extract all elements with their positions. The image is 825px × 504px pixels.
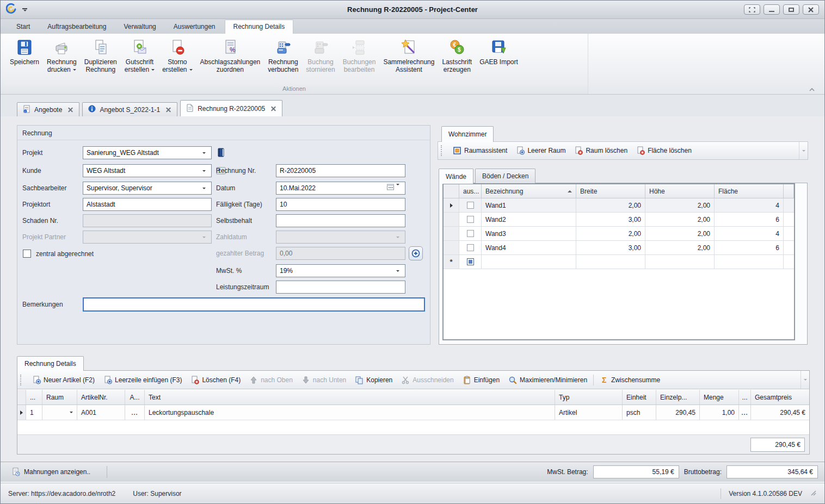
resize-grip-icon[interactable] [810, 489, 817, 498]
datum-datepicker[interactable]: 10.Mai.2022 [276, 182, 405, 195]
sort-asc-icon [568, 190, 572, 192]
close-tab-icon[interactable] [271, 106, 276, 111]
sammelrechnung-assistent-button[interactable]: SammelrechnungAssistent [379, 37, 438, 74]
rechnung-verbuchen-button[interactable]: Rechnungverbuchen [264, 37, 302, 74]
col-aus[interactable]: aus... [459, 184, 482, 198]
room-tab-wohnzimmer[interactable]: Wohnzimmer [441, 126, 494, 142]
mwst-combobox[interactable]: 19% [276, 264, 405, 277]
new-wall-row[interactable]: * [444, 255, 794, 269]
projekt-combobox[interactable]: Sanierung_WEG Altstadt [83, 146, 212, 159]
row-checkbox[interactable] [467, 230, 474, 237]
close-button[interactable] [803, 4, 819, 15]
invoice-item-row[interactable]: 1 A001 ... Leckortungspauschale Artikel … [17, 405, 809, 420]
speichern-button[interactable]: Speichern [6, 37, 43, 67]
ribbon-collapse-icon[interactable] [807, 86, 817, 93]
raum-loeschen-button[interactable]: Raum löschen [570, 146, 632, 155]
gutschrift-erstellen-button[interactable]: Gutschrifterstellen [121, 37, 158, 74]
tab-waende[interactable]: Wände [439, 169, 473, 184]
flaeche-loeschen-button[interactable]: Fläche löschen [632, 146, 696, 155]
doc-tab-angebot-s-2022-1-1[interactable]: Angebot S_2022-1-1 [82, 102, 177, 116]
abschlagszahlungen-zuordnen-button[interactable]: % Abschlagszahlungenzuordnen [196, 37, 264, 74]
gaeb-import-button[interactable]: GAEB Import [476, 37, 522, 67]
col-einheit[interactable]: Einheit [623, 390, 656, 405]
row-checkbox[interactable] [467, 202, 474, 209]
article-lookup-button[interactable]: ... [125, 405, 145, 420]
row-checkbox[interactable] [467, 216, 474, 223]
projekt-label: Projekt [22, 146, 42, 159]
col-menge[interactable]: Menge [700, 390, 739, 405]
ausschneiden-button: Ausschneiden [397, 376, 458, 384]
row-checkbox[interactable] [467, 244, 474, 251]
col-flaeche[interactable]: Fläche [715, 184, 784, 198]
wall-row[interactable]: Wand4 3,00 2,00 6 [444, 241, 794, 255]
kopieren-button[interactable]: Kopieren [350, 376, 397, 384]
maximize-button[interactable] [783, 4, 799, 15]
leistungszeitraum-input[interactable] [276, 281, 405, 294]
col-artikelnr[interactable]: ArtikelNr. [77, 390, 125, 405]
tab-rechnung-details[interactable]: Rechnung Details [225, 20, 294, 34]
kunde-combobox[interactable]: WEG Altstadt [83, 164, 212, 177]
col-dots[interactable]: ... [26, 390, 42, 405]
doc-tab-angebote[interactable]: i Angebote [17, 102, 79, 116]
leerer-raum-button[interactable]: Leerer Raum [512, 146, 570, 155]
raumassistent-button[interactable]: Raumassistent [448, 146, 512, 155]
col-breite[interactable]: Breite [576, 184, 645, 198]
tab-boeden-decken[interactable]: Böden / Decken [475, 169, 535, 183]
wall-row[interactable]: Wand2 3,00 2,00 6 [444, 213, 794, 227]
close-tab-icon[interactable] [68, 107, 73, 113]
fit-window-button[interactable] [744, 4, 760, 15]
lastschrift-erzeugen-button[interactable]: €$ Lastschrifterzeugen [438, 37, 476, 74]
quick-access-dropdown-icon[interactable] [22, 8, 27, 11]
col-a[interactable]: A... [125, 390, 145, 405]
bruttobetrag-label: Bruttobetrag: [684, 468, 722, 476]
selbstbehalt-input[interactable] [276, 214, 405, 227]
rechnung-nr-input[interactable]: R-20220005 [276, 164, 405, 177]
faelligkeit-input[interactable]: 10 [276, 198, 405, 211]
projektort-input[interactable]: Alstastadt [83, 198, 212, 211]
col-hoehe[interactable]: Höhe [645, 184, 715, 198]
minimize-button[interactable] [764, 4, 780, 15]
bemerkungen-input[interactable] [83, 297, 425, 312]
toolbar-grip[interactable] [20, 375, 23, 385]
einfuegen-button[interactable]: Einfügen [458, 376, 504, 384]
zwischensumme-button[interactable]: Σ Zwischensumme [595, 376, 664, 384]
storno-erstellen-button[interactable]: Stornoerstellen [158, 37, 196, 74]
add-payment-button[interactable] [409, 246, 423, 260]
col-gesamtpreis[interactable]: Gesamtpreis [751, 390, 809, 405]
details-tab[interactable]: Rechnung Details [17, 356, 84, 371]
wall-row[interactable]: Wand3 2,00 2,00 4 [444, 227, 794, 241]
leerzeile-einfuegen-button[interactable]: Leerzeile einfügen (F3) [99, 376, 186, 384]
toolbar-grip[interactable] [441, 145, 444, 156]
col-dots2[interactable]: ... [739, 390, 751, 405]
maximieren-minimieren-button[interactable]: Maximieren/Minimieren [504, 376, 592, 384]
mahnungen-anzeigen-button[interactable]: Mahnungen anzeigen.. [7, 465, 95, 478]
duplizieren-rechnung-button[interactable]: DuplizierenRechnung [81, 37, 121, 74]
toolbar-overflow-icon[interactable] [799, 142, 808, 159]
neuer-artikel-button[interactable]: Neuer Artikel (F2) [28, 376, 99, 384]
offer-info-icon [88, 105, 96, 114]
row-checkbox[interactable] [467, 258, 474, 265]
row-options-button[interactable]: ... [739, 405, 751, 420]
wall-row[interactable]: Wand1 2,00 2,00 4 [444, 198, 794, 213]
printer-icon [52, 38, 71, 57]
col-raum[interactable]: Raum [42, 390, 77, 405]
doc-tab-rechnung-r-20220005[interactable]: Rechnung R-20220005 [180, 100, 282, 116]
zentral-abgerechnet-checkbox[interactable] [23, 250, 31, 258]
tab-verwaltung[interactable]: Verwaltung [115, 20, 164, 34]
col-einzelpreis[interactable]: Einzelp... [656, 390, 700, 405]
tab-auftragsbearbeitung[interactable]: Auftragsbearbeitung [39, 20, 114, 34]
rechnung-drucken-button[interactable]: Rechnungdrucken [43, 37, 81, 74]
project-book-icon[interactable] [216, 147, 226, 158]
title-bar: Rechnung R-20220005 - Project-Center [1, 1, 824, 19]
bruttobetrag-value: 345,64 € [727, 465, 818, 478]
sachbearbeiter-combobox[interactable]: Supervisor, Supervisor [83, 182, 212, 195]
loeschen-button[interactable]: Löschen (F4) [186, 376, 245, 384]
col-typ[interactable]: Typ [555, 390, 623, 405]
tab-start[interactable]: Start [8, 20, 38, 34]
close-tab-icon[interactable] [166, 107, 171, 113]
raum-cell-dropdown[interactable] [42, 405, 77, 420]
toolbar-overflow-icon[interactable] [801, 371, 809, 389]
tab-auswertungen[interactable]: Auswertungen [165, 20, 224, 34]
col-text[interactable]: Text [145, 390, 555, 405]
col-bezeichnung[interactable]: Bezeichnung [482, 184, 576, 198]
